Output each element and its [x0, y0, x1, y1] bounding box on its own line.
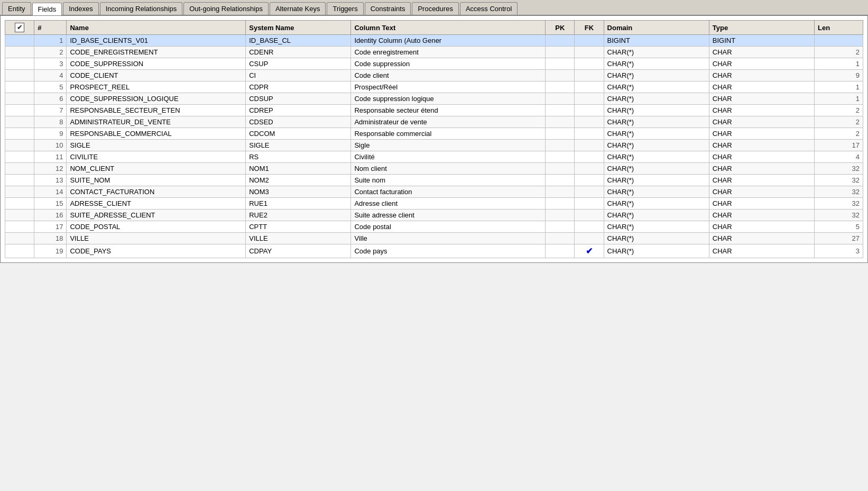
row-coltext: Responsable secteur étend [351, 105, 546, 116]
col-header-domain: Domain [604, 21, 709, 35]
row-sysname: CDCOM [246, 128, 351, 140]
row-domain: CHAR(*) [604, 128, 709, 140]
row-domain: CHAR(*) [604, 221, 709, 233]
row-len: 32 [814, 186, 863, 198]
row-coltext: Civilité [351, 151, 546, 163]
row-name: CODE_PAYS [67, 244, 246, 258]
row-coltext: Code enregistrement [351, 47, 546, 58]
tab-procedures[interactable]: Procedures [412, 2, 458, 15]
table-row[interactable]: 1ID_BASE_CLIENTS_V01ID_BASE_CLIdentity C… [5, 35, 863, 47]
row-num: 12 [34, 163, 67, 175]
table-row[interactable]: 11CIVILITERSCivilitéCHAR(*)CHAR4 [5, 151, 863, 163]
table-row[interactable]: 14CONTACT_FACTURATIONNOM3Contact factura… [5, 186, 863, 198]
row-pk [546, 233, 575, 244]
row-domain: CHAR(*) [604, 244, 709, 258]
row-check-cell[interactable] [5, 140, 34, 151]
select-all-checkbox[interactable] [15, 23, 24, 32]
tab-indexes[interactable]: Indexes [63, 2, 99, 15]
row-domain: CHAR(*) [604, 116, 709, 128]
row-len: 5 [814, 221, 863, 233]
table-row[interactable]: 13SUITE_NOMNOM2Suite nomCHAR(*)CHAR32 [5, 175, 863, 186]
main-content: # Name System Name Column Text PK FK Dom… [0, 16, 868, 263]
table-row[interactable]: 16SUITE_ADRESSE_CLIENTRUE2Suite adresse … [5, 210, 863, 221]
table-row[interactable]: 19CODE_PAYSCDPAYCode pays✔CHAR(*)CHAR3 [5, 244, 863, 258]
tab-constraints[interactable]: Constraints [365, 2, 411, 15]
row-pk [546, 47, 575, 58]
row-type: CHAR [709, 140, 814, 151]
row-check-cell[interactable] [5, 128, 34, 140]
row-name: RESPONSABLE_SECTEUR_ETEN [67, 105, 246, 116]
table-row[interactable]: 2CODE_ENREGISTREMENTCDENRCode enregistre… [5, 47, 863, 58]
tab-alternate-keys[interactable]: Alternate Keys [270, 2, 326, 15]
row-coltext: Code suppression [351, 58, 546, 70]
row-check-cell[interactable] [5, 70, 34, 81]
row-type: CHAR [709, 47, 814, 58]
table-row[interactable]: 3CODE_SUPPRESSIONCSUPCode suppressionCHA… [5, 58, 863, 70]
row-check-cell[interactable] [5, 198, 34, 210]
table-row[interactable]: 7RESPONSABLE_SECTEUR_ETENCDREPResponsabl… [5, 105, 863, 116]
row-coltext: Administrateur de vente [351, 116, 546, 128]
row-sysname: NOM3 [246, 186, 351, 198]
table-row[interactable]: 12NOM_CLIENTNOM1Nom clientCHAR(*)CHAR32 [5, 163, 863, 175]
row-domain: CHAR(*) [604, 81, 709, 93]
row-sysname: SIGLE [246, 140, 351, 151]
row-type: CHAR [709, 105, 814, 116]
row-coltext: Code suppression logique [351, 93, 546, 105]
table-row[interactable]: 8ADMINISTRATEUR_DE_VENTECDSEDAdministrat… [5, 116, 863, 128]
row-num: 8 [34, 116, 67, 128]
row-fk [575, 221, 604, 233]
row-fk [575, 151, 604, 163]
table-row[interactable]: 17CODE_POSTALCPTTCode postalCHAR(*)CHAR5 [5, 221, 863, 233]
tab-entity[interactable]: Entity [2, 2, 31, 15]
table-row[interactable]: 4CODE_CLIENTCICode clientCHAR(*)CHAR9 [5, 70, 863, 81]
row-check-cell[interactable] [5, 244, 34, 258]
row-len: 32 [814, 198, 863, 210]
row-check-cell[interactable] [5, 175, 34, 186]
col-header-sysname: System Name [246, 21, 351, 35]
table-row[interactable]: 6CODE_SUPPRESSION_LOGIQUECDSUPCode suppr… [5, 93, 863, 105]
row-check-cell[interactable] [5, 105, 34, 116]
row-check-cell[interactable] [5, 81, 34, 93]
row-fk [575, 210, 604, 221]
tab-incoming-relationships[interactable]: Incoming Relationships [100, 2, 182, 15]
row-fk [575, 47, 604, 58]
table-row[interactable]: 5PROSPECT_REELCDPRProspect/RéelCHAR(*)CH… [5, 81, 863, 93]
col-header-check[interactable] [5, 21, 34, 35]
row-num: 13 [34, 175, 67, 186]
fields-table: # Name System Name Column Text PK FK Dom… [5, 20, 863, 258]
row-pk [546, 198, 575, 210]
tab-fields[interactable]: Fields [32, 3, 62, 15]
row-fk [575, 140, 604, 151]
row-check-cell[interactable] [5, 233, 34, 244]
table-row[interactable]: 10SIGLESIGLESigleCHAR(*)CHAR17 [5, 140, 863, 151]
row-type: CHAR [709, 151, 814, 163]
row-sysname: RS [246, 151, 351, 163]
row-sysname: CDENR [246, 47, 351, 58]
row-coltext: Code pays [351, 244, 546, 258]
row-check-cell[interactable] [5, 58, 34, 70]
tab-outgoing-relationships[interactable]: Out-going Relationships [183, 2, 269, 15]
row-name: SUITE_NOM [67, 175, 246, 186]
row-check-cell[interactable] [5, 186, 34, 198]
row-name: CODE_POSTAL [67, 221, 246, 233]
row-check-cell[interactable] [5, 116, 34, 128]
row-name: NOM_CLIENT [67, 163, 246, 175]
row-check-cell[interactable] [5, 47, 34, 58]
row-name: CONTACT_FACTURATION [67, 186, 246, 198]
table-row[interactable]: 9RESPONSABLE_COMMERCIALCDCOMResponsable … [5, 128, 863, 140]
tab-triggers[interactable]: Triggers [327, 2, 363, 15]
row-pk [546, 221, 575, 233]
row-check-cell[interactable] [5, 210, 34, 221]
row-pk [546, 35, 575, 47]
table-row[interactable]: 15ADRESSE_CLIENTRUE1Adresse clientCHAR(*… [5, 198, 863, 210]
row-check-cell[interactable] [5, 93, 34, 105]
row-len: 1 [814, 81, 863, 93]
row-check-cell[interactable] [5, 151, 34, 163]
row-type: CHAR [709, 233, 814, 244]
row-check-cell[interactable] [5, 163, 34, 175]
row-check-cell[interactable] [5, 221, 34, 233]
row-check-cell[interactable] [5, 35, 34, 47]
tab-access-control[interactable]: Access Control [460, 2, 518, 15]
row-coltext: Suite adresse client [351, 210, 546, 221]
table-row[interactable]: 18VILLEVILLEVilleCHAR(*)CHAR27 [5, 233, 863, 244]
